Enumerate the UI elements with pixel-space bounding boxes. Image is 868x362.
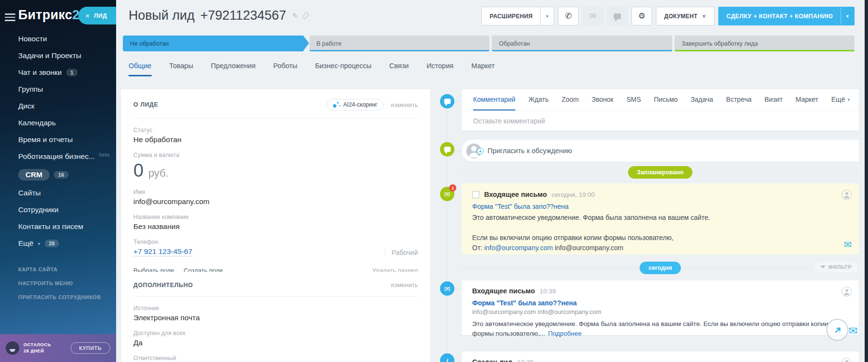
lead-title-number: +79211234567 — [200, 8, 286, 23]
extensions-button[interactable]: РАСШИРЕНИЯ ▾ — [481, 7, 554, 25]
participant-avatar-icon[interactable] — [842, 358, 852, 362]
amount-field: Сумма и валюта 0 руб. — [133, 152, 418, 181]
sidebar-item-disk[interactable]: Диск — [18, 102, 112, 110]
tl-tab-more[interactable]: Ещё▾ — [832, 89, 850, 110]
stage-not-processed[interactable]: Не обработан — [123, 36, 303, 51]
tab-robots[interactable]: Роботы — [273, 60, 297, 76]
edit-about-link[interactable]: изменить — [391, 101, 418, 109]
planned-item-subject-link[interactable]: Форма "Test" была запо??нена — [472, 203, 848, 210]
lead-created-item: Создан лид 10:39 — [462, 351, 859, 362]
sidebar-item-employees[interactable]: Сотрудники — [18, 205, 112, 214]
reply-mail-icon[interactable]: ✉ — [844, 239, 852, 250]
sidebar-item-more[interactable]: Ещё▾28 — [18, 239, 112, 248]
edit-additional-link[interactable]: изменить — [391, 281, 418, 289]
participant-avatar-icon[interactable] — [842, 190, 852, 200]
created-item-time: 10:39 — [517, 359, 534, 362]
comment-input[interactable]: Оставьте комментарий — [462, 111, 859, 131]
discussion-timeline-icon — [440, 142, 454, 157]
create-deal-contact-company-button[interactable]: СДЕЛКУ + КОНТАКТ + КОМПАНИЮ ▾ — [718, 7, 855, 25]
invite-employees-link[interactable]: ПРИГЛАСИТЬ СОТРУДНИКОВ — [18, 294, 101, 300]
tl-tab-comment[interactable]: Комментарий — [473, 89, 515, 110]
sidebar-item-news[interactable]: Новости — [18, 35, 112, 43]
planned-divider: Запланировано — [462, 166, 859, 179]
history-item-title: Входящее письмо — [472, 287, 535, 295]
tab-products[interactable]: Товары — [169, 60, 193, 76]
stage-finish[interactable]: Завершить обработку лида — [675, 36, 855, 51]
copy-link-icon[interactable] — [302, 12, 309, 19]
compose-mail-icon[interactable]: ✉ — [848, 325, 857, 338]
sidebar-item-tasks[interactable]: Задачи и Проекты — [18, 51, 112, 60]
stage-processed[interactable]: Обработан — [492, 36, 672, 51]
tl-tab-market[interactable]: Маркет — [796, 89, 818, 110]
sidebar-item-chat[interactable]: Чат и звонки1 — [18, 68, 112, 77]
trial-bar: ОСТАЛОСЬ 28 ДНЕЙ КУПИТЬ — [0, 334, 116, 362]
tl-tab-sms[interactable]: SMS — [626, 89, 641, 110]
tab-bizproc[interactable]: Бизнес-процессы — [315, 60, 372, 76]
tab-links[interactable]: Связи — [389, 60, 409, 76]
sidebar-item-calendar[interactable]: Календарь — [18, 119, 112, 127]
close-icon[interactable]: × — [85, 12, 90, 19]
quick-send-button[interactable]: ➔ — [826, 319, 848, 341]
history-item-subject-link[interactable]: Форма "Test" была запо??нена — [472, 299, 848, 307]
sidebar-item-rpa[interactable]: Роботизация бизнес...beta — [18, 152, 112, 161]
complete-checkbox[interactable] — [472, 191, 479, 198]
email-button[interactable]: ✉ — [583, 7, 603, 25]
sidebar-item-time[interactable]: Время и отчеты — [18, 135, 112, 144]
invite-discussion-row[interactable]: + Пригласить к обсуждению — [462, 140, 859, 162]
sidebar-item-sites[interactable]: Сайты — [18, 189, 112, 197]
shared-field: Доступен для всех Да — [133, 330, 418, 347]
filter-button[interactable]: ФИЛЬТР — [814, 262, 858, 272]
logo[interactable]: Битрикс24 — [18, 8, 87, 23]
stage-in-progress[interactable]: В работе — [309, 36, 490, 51]
chat-button[interactable] — [607, 7, 628, 25]
tab-market[interactable]: Маркет — [471, 60, 495, 76]
phone-field: Телефон +7 921 123-45-67 Рабочий — [133, 239, 418, 256]
create-dropdown[interactable]: ▾ — [841, 7, 854, 25]
created-item-title: Создан лид — [472, 358, 512, 362]
crm-badge: 16 — [54, 171, 68, 179]
more-link[interactable]: Подробнее — [548, 330, 582, 337]
beta-tag: beta — [99, 152, 109, 157]
chat-icon — [614, 13, 621, 19]
tab-quotes[interactable]: Предложения — [211, 60, 256, 76]
edit-title-icon[interactable]: ✎ — [292, 12, 298, 20]
status-value: Не обработан — [133, 135, 418, 144]
tl-tab-email[interactable]: Письмо — [654, 89, 678, 110]
email-timeline-icon: ✉ — [440, 281, 454, 296]
hamburger-menu-icon[interactable] — [5, 13, 15, 21]
document-button[interactable]: ДОКУМЕНТ∨ — [656, 7, 714, 25]
tl-tab-wait[interactable]: Ждать — [528, 89, 548, 110]
timeline-actions-card: Комментарий Ждать Zoom Звонок SMS Письмо… — [462, 89, 859, 131]
history-item-emails: info@ourcompany.com info@ourcompany.com — [472, 308, 848, 315]
chat-badge: 1 — [66, 69, 78, 76]
slider-tag-label: ЛИД — [94, 12, 107, 19]
tl-tab-zoom[interactable]: Zoom — [561, 89, 579, 110]
phone-number-link[interactable]: +7 921 123-45-67 — [133, 247, 192, 256]
extensions-dropdown[interactable]: ▾ — [540, 7, 554, 25]
planned-badge: Запланировано — [628, 166, 692, 179]
lead-slider-tag[interactable]: × ЛИД — [78, 7, 116, 24]
from-email-link[interactable]: info@ourcompany.com — [484, 244, 553, 252]
buy-button[interactable]: КУПИТЬ — [71, 342, 110, 354]
configure-menu-link[interactable]: НАСТРОИТЬ МЕНЮ — [18, 280, 101, 286]
participant-avatar-icon[interactable] — [842, 287, 852, 297]
planned-item-time: сегодня, 19:00 — [552, 191, 595, 198]
call-button[interactable]: ✆ — [558, 7, 579, 25]
sidebar-item-crm[interactable]: CRM16 — [18, 169, 112, 181]
tl-tab-call[interactable]: Звонок — [592, 89, 613, 110]
sidebar-item-groups[interactable]: Группы — [18, 85, 112, 94]
today-divider: сегодня ФИЛЬТР — [462, 261, 859, 275]
tab-general[interactable]: Общие — [129, 60, 152, 76]
tab-history[interactable]: История — [427, 60, 453, 76]
email-history-item: Входящее письмо 10:39 Форма "Test" была … — [462, 280, 859, 335]
phone-icon: ✆ — [565, 11, 572, 21]
settings-button[interactable]: ⚙ — [631, 7, 652, 25]
planned-item-body-line1: Это автоматическое уведомление. Форма бы… — [472, 213, 848, 223]
history-item-body: Это автоматическое уведомление. Форма бы… — [472, 319, 848, 339]
tl-tab-meeting[interactable]: Встреча — [726, 89, 751, 110]
sidebar-item-mail-contacts[interactable]: Контакты из писем — [18, 222, 112, 231]
sitemap-link[interactable]: КАРТА САЙТА — [18, 266, 101, 272]
tl-tab-visit[interactable]: Визит — [764, 89, 783, 110]
tl-tab-task[interactable]: Задача — [690, 89, 713, 110]
ai-scoring-button[interactable]: AI24-скоринг — [327, 99, 383, 110]
